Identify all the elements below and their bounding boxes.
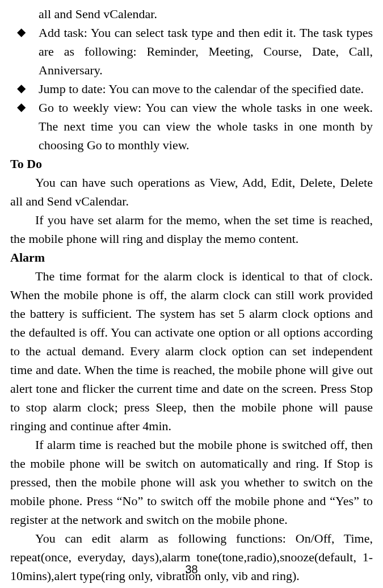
paragraph: The time format for the alarm clock is i… xyxy=(10,267,373,435)
heading-alarm: Alarm xyxy=(10,248,373,267)
paragraph: If you have set alarm for the memo, when… xyxy=(10,211,373,248)
bullet-text: Add task: You can select task type and t… xyxy=(39,23,373,79)
diamond-bullet-icon: ◆ xyxy=(10,98,39,154)
bullet-text: Go to weekly view: You can view the whol… xyxy=(39,98,373,154)
continuation-line: all and Send vCalendar. xyxy=(10,5,373,23)
bullet-item: ◆ Add task: You can select task type and… xyxy=(10,23,373,79)
bullet-item: ◆ Jump to date: You can move to the cale… xyxy=(10,79,373,98)
diamond-bullet-icon: ◆ xyxy=(10,79,39,98)
paragraph: If alarm time is reached but the mobile … xyxy=(10,435,373,529)
diamond-bullet-icon: ◆ xyxy=(10,23,39,79)
page-number: 38 xyxy=(0,561,383,578)
bullet-item: ◆ Go to weekly view: You can view the wh… xyxy=(10,98,373,154)
paragraph: You can have such operations as View, Ad… xyxy=(10,173,373,211)
heading-todo: To Do xyxy=(10,154,373,173)
bullet-text: Jump to date: You can move to the calend… xyxy=(39,79,373,98)
